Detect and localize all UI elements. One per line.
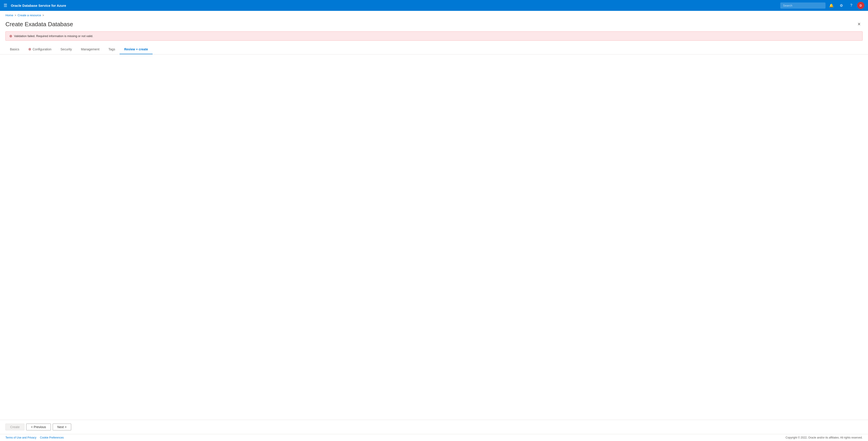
content-area (0, 55, 868, 420)
breadcrumb-create-resource[interactable]: Create a resource (18, 13, 41, 17)
validation-banner: ⊗ Validation failed. Required informatio… (5, 31, 863, 41)
breadcrumb-separator-2: > (42, 14, 44, 17)
settings-button[interactable]: ⚙ (837, 1, 845, 9)
next-button[interactable]: Next > (53, 423, 71, 430)
avatar[interactable]: D (857, 2, 864, 9)
page-title: Create Exadata Database (5, 21, 73, 28)
tab-basics[interactable]: Basics (5, 45, 24, 54)
help-icon: ? (850, 3, 852, 7)
tab-tags-label: Tags (108, 48, 115, 51)
tab-basics-label: Basics (10, 48, 19, 51)
tab-security-label: Security (61, 48, 72, 51)
notifications-button[interactable]: 🔔 (827, 1, 835, 9)
footer-links: Terms of Use and Privacy Cookie Preferen… (5, 436, 64, 439)
validation-error-icon: ⊗ (9, 34, 12, 38)
create-button[interactable]: Create (5, 423, 24, 430)
settings-icon: ⚙ (840, 3, 843, 8)
topbar-title: Oracle Database Service for Azure (11, 4, 780, 7)
notifications-icon: 🔔 (829, 3, 834, 8)
previous-button[interactable]: < Previous (26, 423, 51, 430)
breadcrumb-home[interactable]: Home (5, 13, 13, 17)
tab-configuration[interactable]: ⊗ Configuration (24, 44, 56, 55)
topbar: ☰ Oracle Database Service for Azure 🔔 ⚙ … (0, 0, 868, 11)
tab-configuration-error-icon: ⊗ (28, 47, 31, 51)
search-input[interactable] (780, 2, 826, 8)
close-button[interactable]: ✕ (855, 21, 863, 28)
tab-tags[interactable]: Tags (104, 45, 120, 54)
copyright-text: Copyright © 2022, Oracle and/or its affi… (785, 436, 863, 439)
tab-security[interactable]: Security (56, 45, 76, 54)
tab-review-create-label: Review + create (124, 48, 148, 51)
cookie-link[interactable]: Cookie Preferences (40, 436, 64, 439)
page-title-section: Create Exadata Database ✕ (0, 19, 868, 31)
tab-review-create[interactable]: Review + create (120, 45, 152, 54)
topbar-icons: 🔔 ⚙ ? D (780, 1, 864, 9)
footer-buttons: Create < Previous Next > (0, 420, 868, 434)
tab-management[interactable]: Management (76, 45, 104, 54)
tab-bar: Basics ⊗ Configuration Security Manageme… (0, 44, 868, 55)
help-button[interactable]: ? (847, 1, 855, 9)
tab-configuration-label: Configuration (33, 48, 51, 51)
terms-link[interactable]: Terms of Use and Privacy (5, 436, 36, 439)
menu-icon[interactable]: ☰ (4, 3, 7, 8)
breadcrumb: Home > Create a resource > (0, 11, 868, 19)
tab-management-label: Management (81, 48, 99, 51)
page-footer: Terms of Use and Privacy Cookie Preferen… (0, 434, 868, 441)
main-wrapper: Home > Create a resource > Create Exadat… (0, 11, 868, 441)
breadcrumb-separator-1: > (15, 14, 16, 17)
validation-message: Validation failed. Required information … (14, 34, 93, 38)
